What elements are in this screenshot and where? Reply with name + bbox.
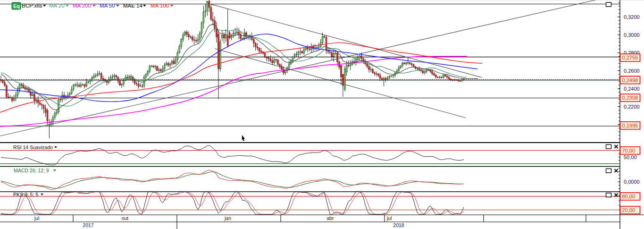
svg-text:80,00: 80,00 [622,194,636,199]
svg-text:MA 200: MA 200 [73,3,91,8]
svg-text:70,00: 70,00 [622,148,636,153]
svg-text:0,2308: 0,2308 [622,95,638,101]
svg-text:0,3200: 0,3200 [624,14,640,20]
svg-text:out: out [122,215,129,221]
svg-text:jan: jan [224,215,231,221]
svg-text:0,2200: 0,2200 [624,104,640,110]
svg-text:0,1995: 0,1995 [622,123,638,128]
svg-text:jul: jul [34,215,40,221]
svg-text:2018: 2018 [393,222,404,228]
svg-text:Eq: Eq [13,3,20,9]
svg-text:50,00: 50,00 [624,154,637,160]
svg-text:PKS 9; 5; 5: PKS 9; 5; 5 [13,192,38,197]
svg-text:RSI 14 Suavizado: RSI 14 Suavizado [13,144,53,150]
svg-text:0,2400: 0,2400 [624,86,640,92]
svg-text:BCP:xlls: BCP:xlls [22,3,42,8]
svg-text:jul: jul [386,215,392,221]
svg-text:0,0000: 0,0000 [624,179,640,185]
svg-text:MA 100: MA 100 [151,3,169,8]
svg-text:MAE 14: MAE 14 [123,3,143,8]
svg-text:20,00: 20,00 [622,207,636,213]
svg-text:0,2600: 0,2600 [624,68,640,74]
svg-text:MA 20: MA 20 [49,3,65,8]
svg-text:abr: abr [326,215,334,221]
svg-text:0,3000: 0,3000 [624,32,640,38]
svg-text:MA 50: MA 50 [100,3,115,8]
svg-text:0,2498: 0,2498 [622,77,638,83]
svg-text:0,2755: 0,2755 [622,55,638,60]
svg-text:MACD 26; 12; 9: MACD 26; 12; 9 [14,168,49,173]
svg-text:2017: 2017 [83,222,94,228]
